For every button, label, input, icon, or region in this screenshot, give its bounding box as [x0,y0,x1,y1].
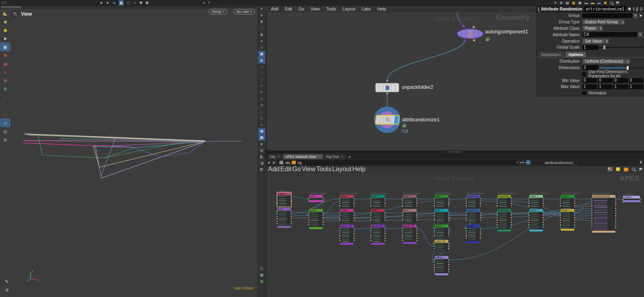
input-port[interactable] [528,217,530,218]
output-port[interactable] [353,238,355,239]
display-option-icon[interactable]: ▩ [258,134,265,141]
menu-layout[interactable]: Layout [332,166,351,173]
group-type-dropdown[interactable]: Guess from Group [582,19,620,25]
maximize-pane-icon[interactable]: ⬒ [639,167,642,171]
output-port[interactable] [448,203,449,204]
input-port[interactable] [434,262,435,263]
select-add-arrow-icon[interactable]: ➤ [106,0,109,6]
input-port[interactable] [497,219,498,221]
input-port[interactable] [308,217,310,218]
output-port[interactable] [384,235,386,236]
node-header[interactable]: foot_l [403,195,417,198]
node-header[interactable]: output [623,196,640,199]
tab-distribution[interactable]: Distribution [538,52,564,57]
menu-edit[interactable]: Edit [280,166,291,173]
output-port[interactable] [353,215,355,216]
input-port[interactable] [434,259,435,260]
display-option-icon[interactable]: ⌐ [258,109,265,115]
input-port[interactable] [370,212,372,213]
output-port[interactable] [416,217,417,218]
output-port[interactable] [448,235,449,236]
output-port[interactable] [615,217,616,219]
output-port[interactable] [353,203,355,204]
output-port[interactable] [480,233,481,234]
input-port[interactable] [308,222,310,223]
input-port[interactable] [308,219,310,221]
output-port[interactable] [322,219,324,221]
input-port[interactable] [466,212,467,213]
menu-edit[interactable]: Edit [282,6,295,11]
output-port[interactable] [511,224,512,225]
display-option-icon[interactable]: ◍ [258,57,265,63]
output-port[interactable] [448,264,449,265]
input-port[interactable] [308,224,310,225]
input-port[interactable] [466,228,467,229]
output-port[interactable] [353,235,355,236]
input-port[interactable] [497,201,498,202]
input-port[interactable] [497,227,498,228]
output-port[interactable] [574,222,575,223]
attribute-class-dropdown[interactable]: Points [582,26,599,31]
output-port[interactable] [416,233,417,234]
shelf-tool-icon[interactable]: ∩ [0,102,10,110]
output-port[interactable] [543,224,544,225]
output-port[interactable] [291,211,292,212]
input-port[interactable] [370,240,372,241]
apex-node-lowerarm_r[interactable]: lowerarm_r [497,209,511,231]
output-port[interactable] [574,219,575,221]
apex-node-head[interactable]: head [466,225,480,243]
search-icon[interactable] [610,1,613,4]
apex-node-output[interactable]: __output__output [623,196,640,202]
output-port[interactable] [640,201,641,203]
menu-add[interactable]: Add [268,166,279,173]
shelf-tool-icon[interactable]: ∩ [0,93,10,102]
node-header[interactable]: stick_01 [435,240,448,243]
output-port[interactable] [511,222,512,223]
input-port[interactable] [528,224,530,225]
zoom-region-icon[interactable]: ◻ [127,0,130,6]
output-port[interactable] [448,233,449,234]
input-port[interactable] [339,233,341,234]
output-port[interactable] [543,215,544,216]
input-port[interactable] [497,203,498,204]
output-port[interactable] [384,212,386,213]
input-port[interactable] [277,196,278,197]
viewport-layout-icon[interactable]: ▦ [119,0,124,6]
input-port[interactable] [560,198,561,199]
input-port[interactable] [370,238,372,239]
input-port[interactable] [466,203,467,204]
input-port[interactable] [434,243,435,244]
input-port[interactable] [560,212,561,213]
help-icon[interactable]: ? [640,7,642,11]
input-port[interactable] [402,219,403,221]
output-port[interactable] [448,201,449,202]
input-port[interactable] [339,203,341,204]
apex-node-ankle_l[interactable]: ankle_l [435,225,448,238]
node-label-autorigcomponent1[interactable]: autorigcomponent1 [485,29,528,35]
apex-node-fingers_r[interactable]: fingers_r [561,209,574,231]
output-port[interactable] [574,217,575,218]
camera-lens-icon[interactable]: ◉ [5,287,9,292]
display-option-icon[interactable]: ◩ [258,166,265,173]
node-header[interactable]: calf_l [371,195,385,198]
tree-list-icon[interactable]: ≣ [560,0,563,6]
output-port[interactable] [511,203,512,204]
display-option-icon[interactable]: ▣ [258,51,265,57]
display-option-icon[interactable]: ◧ [258,154,265,160]
output-port[interactable] [353,198,355,199]
up-level-icon[interactable]: ⬆ [639,160,642,164]
menu-view[interactable]: View [308,6,323,11]
input-port[interactable] [370,205,372,207]
input-port[interactable] [277,218,278,219]
min-value-field[interactable]: 0 [629,78,643,83]
output-port[interactable] [448,269,449,270]
input-port[interactable] [434,198,435,199]
input-port[interactable] [277,223,278,224]
output-port[interactable] [543,212,544,213]
input-port[interactable] [277,201,278,202]
output-port[interactable] [322,201,324,202]
output-port[interactable] [448,212,449,213]
apex-node-calf_r[interactable]: calf_r [371,209,385,223]
node-header[interactable]: foot_r [403,209,417,212]
output-port[interactable] [291,201,292,202]
